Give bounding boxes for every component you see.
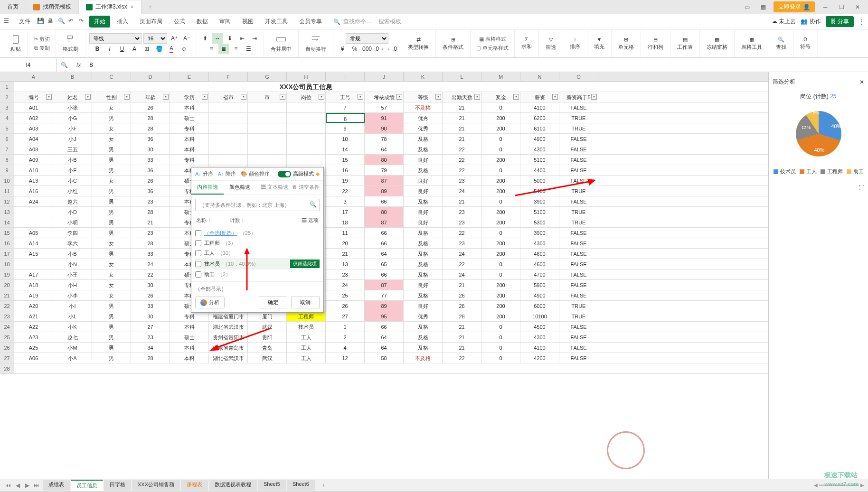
data-cell[interactable]: 工人 [287,343,326,353]
col-header[interactable]: G [248,72,287,81]
data-cell[interactable]: 21 [131,217,170,227]
data-cell[interactable]: 36 [131,186,170,196]
data-cell[interactable]: 22 [443,259,481,269]
menu-data[interactable]: 数据 [192,16,213,28]
data-cell[interactable]: 湖北省武汉市 [209,322,248,332]
data-cell[interactable]: 男 [92,144,131,154]
sheet-tab[interactable]: 员工信息 [71,480,103,491]
data-cell[interactable]: 10100 [520,311,559,321]
data-cell[interactable]: 男 [92,165,131,175]
merge-button[interactable]: 合并居中 [268,32,294,55]
row-header[interactable]: 2 [0,92,14,102]
filter-icon[interactable]: ▾ [591,94,597,100]
row-header[interactable]: 10 [0,176,14,186]
data-cell[interactable]: 200 [481,249,520,259]
undo-icon[interactable]: ↶ [68,18,77,26]
data-cell[interactable]: 24 [443,186,481,196]
sheet-add-button[interactable]: ＋ [317,481,330,489]
data-cell[interactable]: 良好 [404,217,443,227]
data-cell[interactable]: A09 [14,155,53,165]
menu-start[interactable]: 开始 [89,16,110,28]
row-header[interactable]: 6 [0,134,14,144]
column-header[interactable]: 年龄▾ [131,92,170,102]
row-header[interactable]: 12 [0,196,14,206]
data-cell[interactable]: 90 [365,123,404,133]
percent-icon[interactable]: % [349,44,360,54]
data-cell[interactable]: 女 [92,290,131,300]
row-header[interactable]: 4 [0,113,14,123]
filter-icon[interactable]: ▾ [552,94,558,100]
data-cell[interactable]: 男 [92,207,131,217]
data-cell[interactable]: 小A [53,353,92,363]
data-cell[interactable]: 工人 [287,353,326,363]
data-cell[interactable]: 21 [443,123,481,133]
ok-button[interactable]: 确定 [259,297,287,308]
filter-icon[interactable]: ▾ [396,94,402,100]
data-cell[interactable] [248,134,287,144]
col-header[interactable]: J [365,72,404,81]
menu-layout[interactable]: 页面布局 [135,16,167,28]
underline-button[interactable]: U [117,44,127,54]
data-cell[interactable] [209,102,248,112]
template-search[interactable]: 搜索模板 [378,18,401,26]
data-cell[interactable]: 87 [365,280,404,290]
italic-button[interactable]: I [104,44,115,54]
data-cell[interactable]: 21 [443,280,481,290]
filter-item[interactable]: （全选|反选） （25） [195,228,320,238]
data-cell[interactable]: 0 [481,269,520,279]
data-cell[interactable]: 小王 [53,269,92,279]
format-painter-button[interactable]: 格式刷 [60,32,81,55]
indent-dec-icon[interactable]: ⇤ [237,33,247,44]
data-cell[interactable]: A15 [14,249,53,259]
data-cell[interactable]: 男 [92,155,131,165]
data-cell[interactable]: 33 [131,155,170,165]
data-cell[interactable]: 及格 [404,238,443,248]
data-cell[interactable]: 1 [326,322,365,332]
strike-button[interactable]: A̶ [129,44,140,54]
data-cell[interactable]: A23 [14,332,53,342]
preview-icon[interactable]: 🔍 [58,18,66,26]
data-cell[interactable]: 及格 [404,165,443,175]
data-cell[interactable] [209,134,248,144]
col-header[interactable]: O [559,72,598,81]
filter-tab-content[interactable]: 内容筛选 [191,181,224,195]
data-cell[interactable]: 6100 [520,123,559,133]
data-cell[interactable]: A02 [14,113,53,123]
menu-review[interactable]: 审阅 [215,16,236,28]
data-cell[interactable]: 本科 [170,134,209,144]
data-cell[interactable]: 工人 [287,332,326,342]
row-header[interactable]: 19 [0,269,14,279]
data-cell[interactable] [287,134,326,144]
dec-dec-icon[interactable]: ←.0 [387,44,397,54]
data-cell[interactable] [287,123,326,133]
data-cell[interactable]: 200 [481,123,520,133]
indent-inc-icon[interactable]: ⇥ [249,33,260,44]
data-cell[interactable]: 女 [92,102,131,112]
cond-format-button[interactable]: ⊞条件格式 [440,35,466,53]
data-cell[interactable]: TRUE [559,186,598,196]
data-cell[interactable]: 16 [326,165,365,175]
cell-style-button[interactable]: ▢ 单元格样式 [474,44,510,53]
data-cell[interactable]: 女 [92,123,131,133]
data-cell[interactable]: 0 [481,165,520,175]
wrap-button[interactable]: 自动换行 [302,32,329,55]
data-cell[interactable]: 200 [481,238,520,248]
data-cell[interactable]: 女 [92,269,131,279]
row-header[interactable]: 14 [0,217,14,227]
data-cell[interactable]: 良好 [404,301,443,311]
data-cell[interactable]: 优秀 [404,123,443,133]
data-cell[interactable]: 女 [92,134,131,144]
data-cell[interactable]: 28 [131,123,170,133]
column-header[interactable]: 薪资高于5▾ [559,92,598,102]
data-cell[interactable]: FALSE [559,353,598,363]
data-cell[interactable] [248,123,287,133]
col-header[interactable]: F [209,72,248,81]
data-cell[interactable]: 77 [365,290,404,300]
data-cell[interactable] [248,102,287,112]
sort-button[interactable]: ↕排序 [567,35,583,52]
clear-format-button[interactable]: ◇ [179,44,189,54]
freeze-button[interactable]: ▦冻结窗格 [704,35,730,53]
data-cell[interactable]: 66 [365,228,404,238]
data-cell[interactable]: 赵六 [53,196,92,206]
data-cell[interactable]: FALSE [559,332,598,342]
